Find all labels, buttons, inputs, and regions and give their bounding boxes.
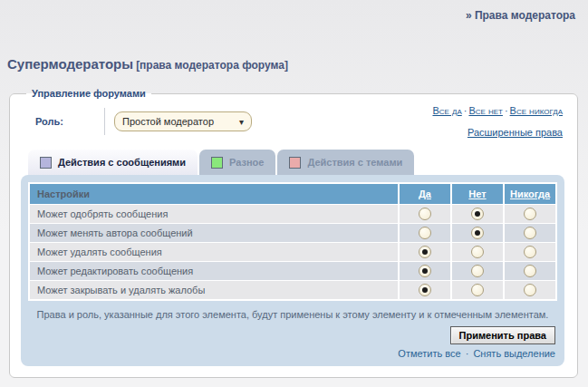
no-column-header-link[interactable]: Нет <box>468 189 486 199</box>
button-row: Применить права <box>28 324 557 344</box>
separator-dot: · <box>464 348 471 359</box>
note-text: Права и роль, указанные для этого элемен… <box>28 301 557 324</box>
never-column-header-link[interactable]: Никогда <box>510 189 550 199</box>
apply-rights-button[interactable]: Применить права <box>450 326 555 344</box>
role-row: Роль: Простой модератор ▾ Все да·Все нет… <box>35 106 563 137</box>
panel-legend: Управление форумами <box>26 88 151 99</box>
select-all-link[interactable]: Отметить все <box>398 348 460 359</box>
quick-links: Все да·Все нет·Все никогда Расширенные п… <box>432 100 563 143</box>
all-yes-link[interactable]: Все да <box>432 105 461 116</box>
permission-label: Может удалять сообщения <box>30 243 398 261</box>
yes-radio[interactable] <box>419 284 431 296</box>
never-radio[interactable] <box>524 227 536 239</box>
permission-label: Может редактировать сообщения <box>30 262 398 280</box>
role-select[interactable]: Простой модератор ▾ <box>114 111 252 131</box>
table-row: Может редактировать сообщения <box>30 261 555 280</box>
yes-radio[interactable] <box>419 246 431 258</box>
chevron-down-icon: ▾ <box>239 117 244 127</box>
no-radio[interactable] <box>471 246 484 258</box>
misc-tab-icon <box>211 157 223 169</box>
tab-bar: Действия с сообщениями Разное Действия с… <box>28 150 577 175</box>
all-never-link[interactable]: Все никогда <box>510 105 563 116</box>
tab-message-actions[interactable]: Действия с сообщениями <box>28 150 198 175</box>
page-title: Супермодераторы [права модератора форума… <box>7 56 288 72</box>
never-radio[interactable] <box>524 284 536 296</box>
role-label: Роль: <box>35 116 104 127</box>
tab-misc[interactable]: Разное <box>199 150 275 175</box>
deselect-link[interactable]: Снять выделение <box>473 348 555 359</box>
role-select-value: Простой модератор <box>122 116 239 127</box>
never-radio[interactable] <box>524 246 536 258</box>
page-title-main: Супермодераторы <box>7 56 133 72</box>
no-radio[interactable] <box>471 227 484 239</box>
advanced-rights-link[interactable]: Расширенные права <box>468 127 563 138</box>
table-row: Может удалять сообщения <box>30 242 555 261</box>
tab-panel: Настройки Да Нет Никогда Может одобрять … <box>21 175 564 366</box>
topic-actions-tab-icon <box>289 157 301 169</box>
no-radio[interactable] <box>471 265 484 277</box>
table-row: Может одобрять сообщения <box>30 204 555 223</box>
table-row: Может закрывать и удалять жалобы <box>30 280 555 299</box>
separator-dot: · <box>503 105 510 116</box>
permission-label: Может закрывать и удалять жалобы <box>30 281 398 299</box>
breadcrumb: » Права модератора <box>466 9 575 22</box>
permission-label: Может менять автора сообщений <box>30 224 398 242</box>
quick-links-line: Все да·Все нет·Все никогда <box>432 100 563 121</box>
permission-label: Может одобрять сообщения <box>30 205 398 223</box>
settings-column-header: Настройки <box>30 184 398 204</box>
no-radio[interactable] <box>471 208 484 220</box>
yes-radio[interactable] <box>419 265 431 277</box>
table-header-row: Настройки Да Нет Никогда <box>30 184 555 204</box>
role-divider <box>104 108 105 135</box>
yes-column-header-link[interactable]: Да <box>419 189 431 199</box>
tab-label: Действия с сообщениями <box>58 157 186 168</box>
table-row: Может менять автора сообщений <box>30 223 555 242</box>
never-radio[interactable] <box>524 208 536 220</box>
no-radio[interactable] <box>471 284 484 296</box>
page-title-sub: [права модератора форума] <box>136 59 288 72</box>
yes-radio[interactable] <box>419 208 431 220</box>
message-actions-tab-icon <box>40 157 52 169</box>
selection-links-row: Отметить все · Снять выделение <box>28 344 557 359</box>
permissions-table: Настройки Да Нет Никогда Может одобрять … <box>28 182 557 301</box>
tab-label: Разное <box>229 157 264 168</box>
forum-management-panel: Управление форумами Роль: Простой модера… <box>9 88 578 378</box>
yes-radio[interactable] <box>419 227 431 239</box>
tab-topic-actions[interactable]: Действия с темами <box>277 150 414 175</box>
never-radio[interactable] <box>524 265 536 277</box>
tab-label: Действия с темами <box>307 157 402 168</box>
advanced-rights-line: Расширенные права <box>432 121 563 143</box>
all-no-link[interactable]: Все нет <box>468 105 503 116</box>
